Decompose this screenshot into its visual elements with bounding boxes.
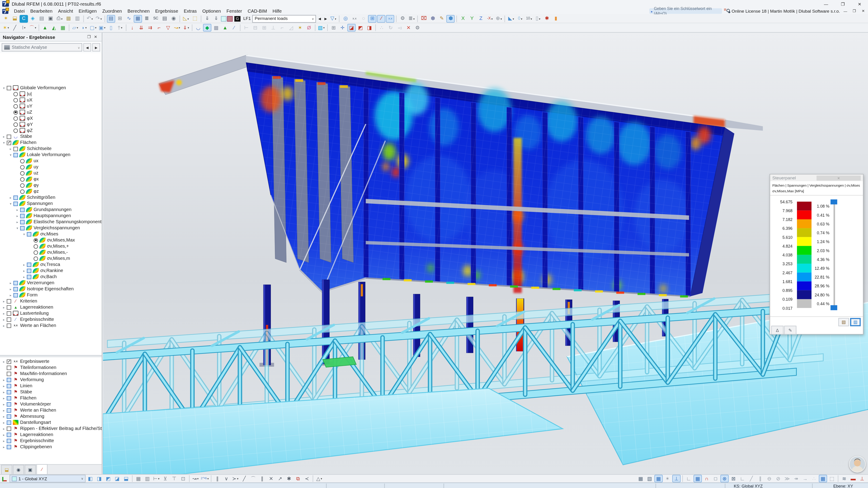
close-icon[interactable]: ✕ <box>816 175 861 180</box>
tree-item-linien[interactable]: ▸Linien <box>0 383 102 389</box>
radio-button[interactable] <box>20 171 25 175</box>
result-diagrams-icon[interactable]: ∿ <box>125 15 133 22</box>
view-x-icon[interactable]: X <box>459 15 467 22</box>
guide-poly-icon[interactable]: ⧉ <box>294 475 302 482</box>
work-plane-2-icon[interactable]: ◨ <box>95 475 103 482</box>
checkbox[interactable] <box>27 232 31 236</box>
insert-shell-icon[interactable]: ◗▾ <box>80 24 88 31</box>
tree-item-lastverteilung[interactable]: ▸Lastverteilung <box>0 310 102 316</box>
checkbox[interactable] <box>27 268 31 273</box>
save-icon[interactable]: ▣ <box>46 15 55 22</box>
snap-ellipse-icon[interactable]: ⊘ <box>774 475 782 482</box>
snap-x-icon[interactable]: ⊠ <box>729 475 738 482</box>
child-minimize-button[interactable]: — <box>842 8 849 14</box>
tree-item-vergleichsspannungen[interactable]: ▾Vergleichsspannungen <box>0 225 102 231</box>
tree-item-z[interactable]: φZ <box>0 127 102 133</box>
checkbox[interactable] <box>27 262 31 267</box>
checkbox[interactable] <box>7 134 11 139</box>
snap-parallel-icon[interactable]: ∥ <box>756 475 765 482</box>
chevron-down-icon[interactable]: ▾ <box>21 232 27 236</box>
tree-item-verformung[interactable]: ▸Verformung <box>0 377 102 383</box>
rotate-icon[interactable]: ↻ <box>386 24 395 31</box>
release-5-icon[interactable]: ⌐ <box>278 24 286 31</box>
checkbox[interactable] <box>7 359 11 364</box>
next-loadcase-button[interactable]: ▶ <box>323 15 329 22</box>
snap-arrow-1-icon[interactable]: ≫ <box>783 475 792 482</box>
chevron-down-icon[interactable]: ▾ <box>1 141 7 144</box>
view-z-icon[interactable]: Z <box>477 15 485 22</box>
menu-cad-bim[interactable]: CAD-BIM <box>245 8 270 13</box>
line-support-icon[interactable]: ◭ <box>50 24 58 31</box>
chevron-right-icon[interactable]: ▸ <box>1 402 7 406</box>
chevron-right-icon[interactable]: ▸ <box>21 275 27 279</box>
snap-pin-icon[interactable]: ⊤ <box>170 475 178 482</box>
chevron-right-icon[interactable]: ▸ <box>8 281 13 285</box>
tree-item-titelinformationen[interactable]: Titelinformationen <box>0 364 102 370</box>
import-load-state-icon[interactable]: ⇓ <box>203 15 211 22</box>
checkbox[interactable] <box>7 317 11 322</box>
release-1-icon[interactable]: ⊢ <box>242 24 250 31</box>
tree-item-hauptspannungen[interactable]: ▸Hauptspannungen <box>0 213 102 219</box>
loadcase-combo[interactable]: Permanent loads ∨ <box>252 15 316 22</box>
regenerate-icon[interactable]: ⚙ <box>413 24 422 31</box>
work-plane-yz-icon[interactable]: ◩ <box>356 24 365 31</box>
checkbox[interactable] <box>7 445 11 449</box>
snap-tangent-icon[interactable]: ⊖ <box>765 475 774 482</box>
scale-slider-track[interactable] <box>833 201 835 308</box>
hide-values-icon[interactable]: ◌ <box>360 15 368 22</box>
chevron-right-icon[interactable]: ▸ <box>8 293 13 297</box>
tree-item-schichtseite[interactable]: ▸Schichtseite <box>0 146 102 152</box>
checkbox[interactable] <box>7 432 11 437</box>
menu-berechnen[interactable]: Berechnen <box>125 8 153 13</box>
chevron-right-icon[interactable]: ▸ <box>1 318 7 321</box>
chevron-right-icon[interactable]: ▸ <box>1 384 7 388</box>
chevron-right-icon[interactable]: ▸ <box>8 147 13 151</box>
surface-results-icon[interactable]: ◆ <box>203 24 211 31</box>
edit-data-icon[interactable]: ▤ <box>37 15 46 22</box>
insert-opening-icon[interactable]: ▢▾ <box>89 24 97 31</box>
tree-item-isotrope-eigenschaften[interactable]: ▸Isotrope Eigenschaften <box>0 286 102 292</box>
release-4-icon[interactable]: ⊥ <box>269 24 277 31</box>
mirror-icon[interactable]: ◅ <box>395 24 404 31</box>
snap-box-icon[interactable]: ⊡ <box>179 475 187 482</box>
guide-dashed-icon[interactable]: ≻▾ <box>231 475 239 482</box>
menu-ansicht[interactable]: Ansicht <box>55 8 76 13</box>
tree-item-spannungen[interactable]: ▾Spannungen <box>0 201 102 207</box>
checkbox[interactable] <box>7 323 11 328</box>
solid-load-icon[interactable]: ⇓▾ <box>182 24 190 31</box>
grid-b-icon[interactable]: ▥ <box>143 475 151 482</box>
chevron-down-icon[interactable]: ▾ <box>1 86 7 90</box>
radio-button[interactable] <box>33 238 38 242</box>
radio-button[interactable] <box>33 250 38 255</box>
tree-item-st-be[interactable]: ▸Stäbe <box>0 133 102 140</box>
result-xx-icon[interactable]: x.x <box>386 15 395 22</box>
selection-box-icon[interactable]: ⬚ <box>828 475 836 482</box>
tree-item-st-be[interactable]: ▸Stäbe <box>0 389 102 395</box>
tree-item-lagerreaktionen[interactable]: ▸Lagerreaktionen <box>0 431 102 437</box>
tab-ergebnisse[interactable]: ∕ <box>36 464 48 474</box>
grid-eye-icon[interactable]: ▦ <box>637 475 645 482</box>
tree-item-x[interactable]: φX <box>0 115 102 121</box>
red-bar-icon[interactable]: ▬ <box>849 475 857 482</box>
menu-einf-gen[interactable]: Einfügen <box>76 8 99 13</box>
solid-edit-icon[interactable]: ✎ <box>438 15 446 22</box>
snap-corner-icon[interactable]: ∟ <box>738 475 747 482</box>
table-values-icon[interactable]: ⊞ <box>368 15 377 22</box>
tab-ansichten[interactable]: ▣ <box>25 465 36 474</box>
radio-button[interactable] <box>20 165 25 169</box>
radio-button[interactable] <box>13 128 18 133</box>
tree-item-y[interactable]: φy <box>0 182 102 188</box>
mesh-points-icon[interactable]: ✱ <box>543 15 551 22</box>
search-icon[interactable] <box>724 8 730 14</box>
release-2-icon[interactable]: ⊟ <box>251 24 259 31</box>
magnet-icon[interactable]: ∩ <box>703 475 711 482</box>
direction-icon[interactable]: ↝▾ <box>191 475 199 482</box>
delete-icon[interactable]: ✕ <box>404 24 413 31</box>
coordinate-system-combo[interactable]: 1 - Global XYZ ∨ <box>9 475 86 482</box>
checkbox[interactable] <box>7 365 11 370</box>
chevron-down-icon[interactable]: ▾ <box>8 153 13 157</box>
tree-item-elastische-spannungskomponenten[interactable]: ▸Elastische Spannungskomponenten <box>0 219 102 225</box>
checkbox[interactable] <box>13 201 18 206</box>
chevron-right-icon[interactable]: ▸ <box>1 445 7 449</box>
checkbox[interactable] <box>7 414 11 419</box>
